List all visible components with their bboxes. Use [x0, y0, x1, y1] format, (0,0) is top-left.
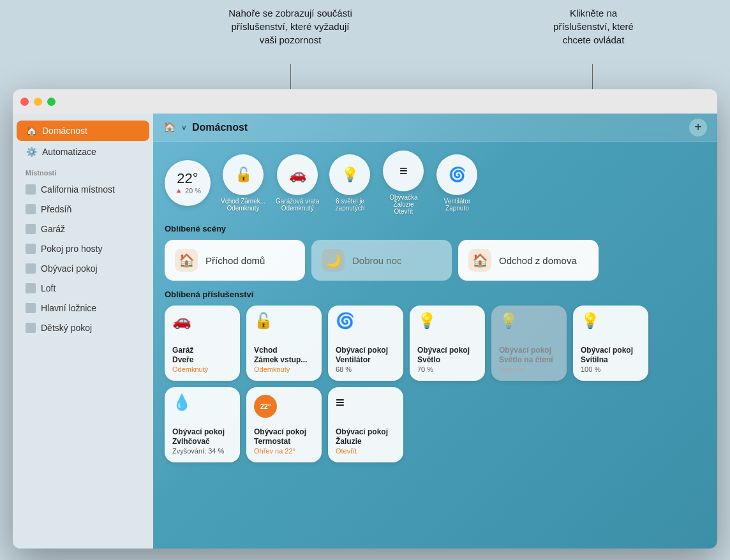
- acc-svetlo-cteni-name: Obývací pokojSvětlo na čtení: [499, 346, 559, 365]
- sidebar-item-domacnost[interactable]: 🏠 Domácnost: [17, 121, 149, 141]
- acc-ventilator-status: 68 %: [336, 365, 396, 373]
- acc-circle-zaluzie[interactable]: ≡: [383, 151, 424, 191]
- callout-right: Klikněte napříslušenství, kteréchcete ov…: [530, 6, 657, 47]
- room-icon: [26, 244, 36, 254]
- scene-odchod-label: Odchod z domova: [499, 255, 577, 266]
- automation-icon: ⚙️: [26, 146, 37, 158]
- humidifier-icon: 💧: [172, 395, 232, 410]
- acc-svetlo-name: Obývací pokojSvětlo: [417, 346, 477, 365]
- acc-zaluzie[interactable]: ≡ Obývací pokojŽaluzie Otevřít: [328, 387, 403, 462]
- scenes-section: Oblíbené scény 🏠 Příchod domů 🌙 Dobrou n…: [153, 224, 717, 290]
- sidebar-item-california[interactable]: California místnost: [17, 180, 149, 199]
- chevron-icon: ∨: [181, 123, 187, 132]
- temperature-value: 22°: [177, 170, 198, 187]
- status-row: 22° 🔺 20 % 🔓 Vchod Zámek...Odemknutý 🚗 G…: [153, 142, 717, 224]
- main-area: 🏠 Domácnost ⚙️ Automatizace Místnosti Ca…: [13, 114, 717, 549]
- close-button[interactable]: [20, 98, 29, 106]
- status-acc-zaluzie: ≡ Obývačka ŽaluzieOtevřít: [380, 151, 426, 215]
- blinds-icon: ≡: [399, 163, 408, 179]
- sidebar-item-pokojhosty[interactable]: Pokoj pro hosty: [17, 239, 149, 258]
- scene-prichod-label: Příchod domů: [205, 255, 265, 266]
- acc-svitilna-name: Obývací pokojSvítilna: [581, 346, 641, 365]
- acc-zvlhkovac-name: Obývací pokojZvlhčovač: [172, 427, 232, 447]
- acc-svetlo[interactable]: 💡 Obývací pokojSvětlo 70 %: [410, 306, 485, 381]
- acc-zvlhkovac-status: Zvyšování: 34 %: [172, 447, 232, 455]
- garage-door-icon: 🚗: [172, 313, 232, 328]
- room-icon: [26, 184, 36, 195]
- app-window: 🏠 Domácnost ⚙️ Automatizace Místnosti Ca…: [13, 89, 717, 549]
- garage-icon: 🚗: [289, 166, 306, 183]
- acc-zvlhkovac[interactable]: 💧 Obývací pokojZvlhčovač Zvyšování: 34 %: [165, 387, 240, 462]
- room-icon: [26, 323, 36, 333]
- reading-light-icon: 💡: [499, 313, 559, 328]
- scene-odchod-icon: 🏠: [468, 249, 491, 272]
- fan-icon: 🌀: [449, 166, 466, 183]
- acc-circle-garaz[interactable]: 🚗: [277, 154, 318, 195]
- acc-zaluzie-status: Otevřít: [336, 447, 396, 455]
- sidebar-item-predsine[interactable]: Předsíň: [17, 200, 149, 219]
- status-acc-svetla: 💡 6 světel jezapnutých: [329, 154, 370, 212]
- accessories-grid: 🚗 GarážDveře Odemknutý 🔓 VchodZámek vstu…: [165, 306, 706, 462]
- content-header: 🏠 ∨ Domácnost +: [153, 114, 717, 142]
- lock-icon: 🔓: [254, 313, 314, 328]
- unlock-icon: 🔓: [235, 166, 252, 183]
- sidebar-section-mistnosti: Místnosti: [13, 163, 153, 179]
- acc-garaz-dvere-status: Odemknutý: [172, 365, 232, 373]
- lamp-icon: 💡: [581, 313, 641, 328]
- fan-acc-icon: 🌀: [336, 313, 396, 328]
- status-acc-ventilator: 🌀 VentilátorZapnuto: [436, 154, 477, 212]
- blinds-acc-icon: ≡: [336, 395, 396, 410]
- acc-garaz-dvere-name: GarážDveře: [172, 346, 232, 365]
- acc-termostat-name: Obývací pokojTermostat: [254, 427, 314, 447]
- room-icon: [26, 263, 36, 274]
- acc-svitilna-status: 100 %: [581, 365, 641, 373]
- acc-svetlo-cteni[interactable]: 💡 Obývací pokojSvětlo na čtení Vypnuto: [491, 306, 567, 381]
- add-button[interactable]: +: [689, 119, 707, 136]
- accessories-section: Oblíbená příslušenství 🚗 GarážDveře Odem…: [153, 290, 717, 471]
- scene-dobranoc[interactable]: 🌙 Dobrou noc: [311, 240, 452, 281]
- acc-ventilator[interactable]: 🌀 Obývací pokojVentilátor 68 %: [328, 306, 403, 381]
- acc-svetlo-status: 70 %: [417, 365, 477, 373]
- acc-vchod-zamek-name: VchodZámek vstup...: [254, 346, 314, 365]
- traffic-lights: [20, 98, 56, 106]
- sidebar-item-garaz[interactable]: Garáž: [17, 219, 149, 239]
- home-icon: 🏠: [26, 125, 37, 136]
- acc-vchod-zamek[interactable]: 🔓 VchodZámek vstup... Odemknutý: [246, 306, 322, 381]
- weather-circle[interactable]: 22° 🔺 20 %: [165, 160, 211, 206]
- acc-zaluzie-name: Obývací pokojŽaluzie: [336, 427, 396, 447]
- acc-vchod-zamek-status: Odemknutý: [254, 365, 314, 373]
- acc-termostat-status: Ohřev na 22°: [254, 447, 314, 455]
- acc-garaz-dvere[interactable]: 🚗 GarážDveře Odemknutý: [165, 306, 240, 381]
- humidity-value: 🔺 20 %: [174, 187, 201, 195]
- acc-circle-vchod[interactable]: 🔓: [223, 154, 264, 195]
- acc-label-ventilator: VentilátorZapnuto: [444, 198, 471, 212]
- content-area: 🏠 ∨ Domácnost + 22° 🔺 20 % 🔓 Vchod Zámek…: [153, 114, 717, 549]
- acc-svitilna[interactable]: 💡 Obývací pokojSvítilna 100 %: [573, 306, 648, 381]
- sidebar-item-obyvaci[interactable]: Obývací pokoj: [17, 259, 149, 278]
- minimize-button[interactable]: [34, 98, 42, 106]
- acc-termostat[interactable]: 22° Obývací pokojTermostat Ohřev na 22°: [246, 387, 322, 462]
- acc-svetlo-cteni-status: Vypnuto: [499, 365, 559, 373]
- sidebar-item-detsky[interactable]: Dětský pokoj: [17, 318, 149, 337]
- scenes-title: Oblíbené scény: [165, 224, 706, 233]
- light-icon: 💡: [341, 166, 359, 183]
- scene-odchod[interactable]: 🏠 Odchod z domova: [458, 240, 599, 281]
- status-acc-vchod: 🔓 Vchod Zámek...Odemknutý: [221, 154, 265, 212]
- acc-label-garaz: Garážová vrataOdemknutý: [276, 198, 319, 212]
- acc-circle-svetla[interactable]: 💡: [329, 154, 370, 195]
- room-icon: [26, 204, 36, 214]
- acc-circle-ventilator[interactable]: 🌀: [436, 154, 477, 195]
- scene-dobranoc-icon: 🌙: [322, 249, 345, 272]
- room-icon: [26, 283, 36, 293]
- sidebar-item-loznice[interactable]: Hlavní ložnice: [17, 298, 149, 318]
- scene-prichod[interactable]: 🏠 Příchod domů: [165, 240, 305, 281]
- scene-prichod-icon: 🏠: [175, 249, 198, 272]
- light-acc-icon: 💡: [417, 313, 477, 328]
- fullscreen-button[interactable]: [47, 98, 56, 106]
- scene-dobranoc-label: Dobrou noc: [352, 255, 402, 266]
- scenes-grid: 🏠 Příchod domů 🌙 Dobrou noc 🏠 Odchod z d…: [165, 240, 706, 281]
- room-icon: [26, 303, 36, 313]
- sidebar-item-loft[interactable]: Loft: [17, 279, 149, 298]
- sidebar-item-automatizace[interactable]: ⚙️ Automatizace: [17, 142, 149, 162]
- thermostat-badge: 22°: [254, 395, 277, 418]
